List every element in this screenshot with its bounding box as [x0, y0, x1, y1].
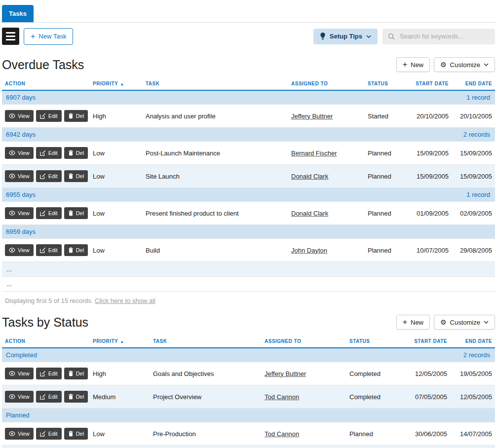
view-button[interactable]: View	[5, 391, 34, 403]
delete-label: Del	[76, 150, 84, 156]
assigned-to-link[interactable]: Tod Cannon	[265, 393, 299, 401]
setup-tips-button[interactable]: Setup Tips	[313, 29, 378, 44]
column-header-priority[interactable]: Priority▲	[90, 77, 143, 90]
new-task-button[interactable]: + New Task	[24, 28, 73, 45]
tab-tasks[interactable]: Tasks	[2, 5, 34, 22]
table-row: View Edit Del Medium Project Overview To…	[2, 385, 495, 409]
end-date-cell: 15/09/2005	[452, 165, 495, 188]
delete-button[interactable]: Del	[64, 244, 88, 256]
edit-button[interactable]: Edit	[36, 207, 62, 219]
view-button[interactable]: View	[5, 368, 34, 379]
group-label: 6959 days	[2, 225, 408, 239]
eye-icon	[9, 371, 15, 376]
column-header-end-date: End Date	[452, 77, 495, 90]
column-header-assigned-to: Assigned To	[262, 335, 346, 348]
gear-icon: ⚙	[440, 61, 447, 68]
view-label: View	[18, 113, 30, 119]
delete-button[interactable]: Del	[64, 428, 88, 440]
edit-button[interactable]: Edit	[36, 110, 62, 122]
delete-button[interactable]: Del	[64, 170, 88, 182]
new-task-label: New Task	[38, 33, 66, 40]
group-label: Planned	[2, 409, 405, 422]
delete-button[interactable]: Del	[64, 368, 88, 379]
column-header-action: Action	[2, 335, 90, 348]
assigned-to-link[interactable]: Jeffery Buttner	[265, 370, 306, 377]
view-label: View	[18, 394, 30, 400]
edit-button[interactable]: Edit	[36, 170, 62, 182]
view-button[interactable]: View	[5, 147, 34, 159]
view-button[interactable]: View	[5, 244, 34, 256]
table-row: View Edit Del Low Build John Dayton Plan…	[2, 239, 495, 262]
ellipsis-label: ...	[2, 262, 495, 277]
chevron-down-icon	[366, 35, 371, 38]
eye-icon	[9, 174, 15, 179]
delete-button[interactable]: Del	[64, 110, 88, 122]
action-cell: View Edit Del	[2, 165, 90, 188]
start-date-cell: 07/05/2005	[405, 385, 450, 409]
view-button[interactable]: View	[5, 110, 34, 122]
edit-label: Edit	[48, 394, 58, 400]
column-header-start-date: Start Date	[405, 335, 450, 348]
column-header-label: Priority	[93, 338, 118, 344]
customize-button[interactable]: ⚙ Customize	[434, 315, 495, 330]
toolbar-right: Setup Tips	[313, 29, 495, 44]
priority-cell: Low	[90, 202, 143, 225]
table-row: View Edit Del Low Site Launch Donald Cla…	[2, 165, 495, 188]
delete-label: Del	[76, 247, 84, 253]
task-cell: Site Launch	[143, 165, 288, 188]
assigned-to-link[interactable]: Tod Cannon	[265, 430, 299, 438]
start-date-cell: 10/07/2005	[405, 446, 450, 448]
view-label: View	[18, 173, 30, 179]
task-cell: Present finished product to client	[143, 202, 288, 225]
eye-icon	[9, 113, 15, 118]
task-cell: Pre-Production	[150, 422, 262, 446]
search-input[interactable]	[382, 29, 495, 44]
assigned-to-cell: John Dayton	[288, 239, 365, 262]
trash-icon	[68, 113, 74, 119]
customize-button[interactable]: ⚙ Customize	[434, 57, 495, 72]
edit-button[interactable]: Edit	[36, 147, 62, 159]
view-button[interactable]: View	[5, 428, 34, 440]
column-header-priority[interactable]: Priority▲	[90, 335, 150, 348]
edit-label: Edit	[48, 113, 58, 119]
group-row: Completed 2 records	[2, 348, 495, 362]
delete-button[interactable]: Del	[64, 207, 88, 219]
truncated-row: ...	[2, 262, 495, 277]
view-button[interactable]: View	[5, 170, 34, 182]
edit-button[interactable]: Edit	[36, 428, 62, 440]
assigned-to-link[interactable]: Bernard Fischer	[291, 149, 337, 157]
task-cell: Build	[143, 239, 288, 262]
assigned-to-link[interactable]: Jeffery Buttner	[291, 112, 333, 120]
start-date-cell: 15/09/2005	[408, 165, 452, 188]
start-date-cell: 15/09/2005	[408, 142, 452, 165]
toolbar-left: + New Task	[2, 28, 73, 45]
view-label: View	[18, 371, 30, 376]
plus-icon: +	[31, 33, 35, 40]
edit-button[interactable]: Edit	[36, 244, 62, 256]
edit-icon	[40, 394, 46, 400]
trash-icon	[68, 150, 74, 156]
edit-button[interactable]: Edit	[36, 368, 62, 379]
lightbulb-icon	[320, 33, 326, 40]
view-button[interactable]: View	[5, 207, 34, 219]
menu-button[interactable]	[2, 28, 19, 45]
show-all-link[interactable]: Click here to show all	[95, 297, 155, 304]
assigned-to-cell: Tod Cannon	[262, 422, 346, 446]
status-cell: Planned	[365, 239, 408, 262]
group-row: 6959 days	[2, 225, 495, 239]
edit-icon	[40, 371, 46, 376]
edit-button[interactable]: Edit	[36, 391, 62, 403]
assigned-to-link[interactable]: Donald Clark	[291, 210, 328, 217]
assigned-to-link[interactable]: John Dayton	[291, 247, 327, 254]
assigned-to-link[interactable]: Donald Clark	[291, 173, 328, 180]
status-cell: Planned	[365, 142, 408, 165]
new-record-button[interactable]: + New	[396, 57, 430, 72]
group-row: 6907 days 1 record	[2, 90, 495, 105]
sort-ascending-icon: ▲	[120, 339, 124, 344]
overdue-tasks-header: Overdue Tasks + New ⚙ Customize	[0, 50, 497, 77]
search-box[interactable]	[382, 29, 495, 44]
group-label: 6955 days	[2, 188, 408, 202]
delete-button[interactable]: Del	[64, 147, 88, 159]
delete-button[interactable]: Del	[64, 391, 88, 403]
new-record-button[interactable]: + New	[396, 315, 430, 330]
